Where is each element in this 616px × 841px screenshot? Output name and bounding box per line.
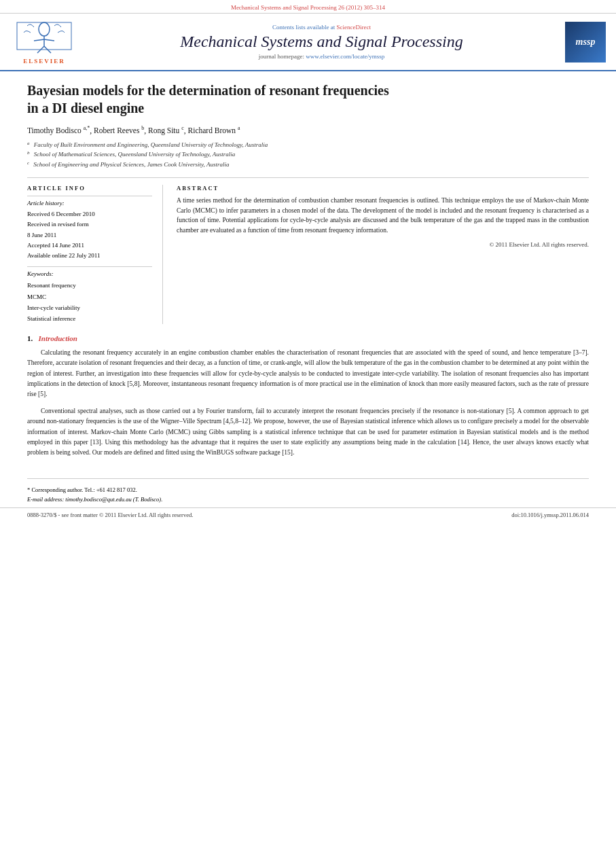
article-title: Bayesian models for the determination of… <box>27 82 589 117</box>
elsevier-brand-text: ELSEVIER <box>23 58 65 65</box>
footer-doi: doi:10.1016/j.ymssp.2011.06.014 <box>511 512 589 518</box>
affiliation-a: a Faculty of Built Environment and Engin… <box>27 140 589 149</box>
corresponding-phone: +61 412 817 032. <box>96 486 137 493</box>
abstract-label: Abstract <box>177 185 589 192</box>
email-label: E-mail address: <box>27 496 64 503</box>
footer-issn: 0888-3270/$ - see front matter © 2011 El… <box>27 512 193 518</box>
svg-point-1 <box>39 22 50 36</box>
corresponding-star: * <box>27 486 30 493</box>
corresponding-footnote: * Corresponding author. Tel.: +61 412 81… <box>27 486 589 495</box>
page-wrapper: Mechanical Systems and Signal Processing… <box>0 0 616 841</box>
history-online: Available online 22 July 2011 <box>27 251 152 261</box>
mssp-badge: mssp <box>565 22 606 62</box>
history-accepted: Accepted 14 June 2011 <box>27 240 152 251</box>
footer-bottom: 0888-3270/$ - see front matter © 2011 El… <box>0 507 616 522</box>
abstract-copyright: © 2011 Elsevier Ltd. All rights reserved… <box>177 241 589 248</box>
article-info-abstract-section: Article Info Article history: Received 6… <box>27 177 589 324</box>
affiliation-c: c School of Engineering and Physical Sci… <box>27 160 589 169</box>
keyword-2: MCMC <box>27 291 152 302</box>
keyword-1: Resonant frequency <box>27 280 152 291</box>
intro-paragraph-1: Calculating the resonant frequency accur… <box>27 348 589 399</box>
keyword-3: Inter-cycle variability <box>27 302 152 313</box>
svg-line-3 <box>34 39 44 41</box>
email-link[interactable]: timothy.bodisco@qut.edu.au <box>65 496 131 503</box>
abstract-column: Abstract A time series method for the de… <box>177 185 589 324</box>
main-content: Bayesian models for the determination of… <box>0 71 616 471</box>
article-info-column: Article Info Article history: Received 6… <box>27 185 163 324</box>
footnote-area: * Corresponding author. Tel.: +61 412 81… <box>0 482 616 507</box>
keywords-label: Keywords: <box>27 270 152 277</box>
elsevier-tree-icon <box>14 19 75 56</box>
affiliation-b: b School of Mathematical Sciences, Queen… <box>27 149 589 159</box>
corresponding-label: Corresponding author. Tel.: <box>31 486 94 493</box>
article-history: Article history: Received 6 December 201… <box>27 196 152 261</box>
section-number: 1. <box>27 334 33 342</box>
history-label: Article history: <box>27 200 152 207</box>
authors-line: Timothy Bodisco a,*, Robert Reeves b, Ro… <box>27 125 589 135</box>
email-footnote: E-mail address: timothy.bodisco@qut.edu.… <box>27 495 589 505</box>
keyword-4: Statistical inference <box>27 313 152 324</box>
journal-header: ELSEVIER Contents lists available at Sci… <box>0 14 616 71</box>
journal-homepage-link[interactable]: www.elsevier.com/locate/ymssp <box>306 53 384 60</box>
sciencedirect-link[interactable]: ScienceDirect <box>337 24 371 31</box>
sciencedirect-label: Contents lists available at ScienceDirec… <box>272 24 371 31</box>
journal-homepage: journal homepage: www.elsevier.com/locat… <box>259 53 384 60</box>
svg-line-4 <box>44 39 54 41</box>
elsevier-logo-section: ELSEVIER <box>7 19 81 65</box>
history-received: Received 6 December 2010 <box>27 209 152 219</box>
journal-title: Mechanical Systems and Signal Processing <box>180 32 463 52</box>
body-section: 1. Introduction Calculating the resonant… <box>27 334 589 458</box>
affiliations: a Faculty of Built Environment and Engin… <box>27 140 589 169</box>
journal-citation: Mechanical Systems and Signal Processing… <box>231 4 385 11</box>
journal-title-section: Contents lists available at ScienceDirec… <box>88 19 555 65</box>
history-revised-label: Received in revised form <box>27 219 152 230</box>
section-1-heading: 1. Introduction <box>27 334 589 342</box>
keywords-section: Keywords: Resonant frequency MCMC Inter-… <box>27 266 152 324</box>
journal-badge-section: mssp <box>562 19 609 65</box>
article-info-label: Article Info <box>27 185 152 192</box>
abstract-text: A time series method for the determinati… <box>177 196 589 236</box>
section-title: Introduction <box>39 334 77 342</box>
intro-paragraph-2: Conventional spectral analyses, such as … <box>27 406 589 458</box>
email-person: (T. Bodisco). <box>133 496 163 503</box>
history-revised-date: 8 June 2011 <box>27 230 152 240</box>
footer-divider <box>27 478 589 479</box>
journal-top-bar: Mechanical Systems and Signal Processing… <box>0 0 616 14</box>
